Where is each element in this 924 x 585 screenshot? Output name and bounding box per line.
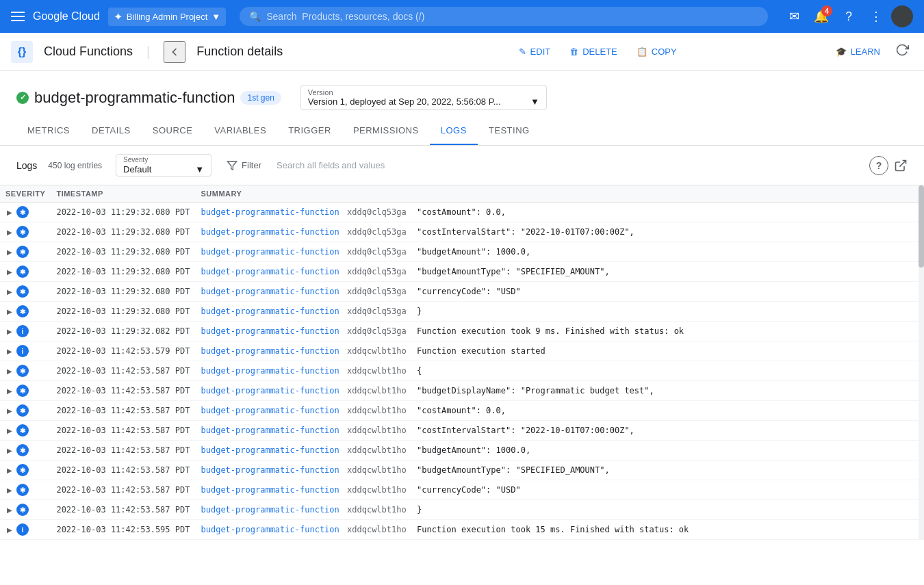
secondary-nav: {} Cloud Functions | Function details ✎ …: [0, 33, 924, 71]
expand-icon[interactable]: ▶: [5, 227, 14, 237]
expand-icon[interactable]: ▶: [5, 307, 14, 317]
delete-button[interactable]: 🗑 DELETE: [561, 42, 626, 61]
log-function-name[interactable]: budget-programmatic-function: [201, 287, 339, 296]
log-function-name[interactable]: budget-programmatic-function: [201, 426, 339, 435]
email-icon-btn[interactable]: ✉: [782, 4, 806, 29]
log-function-name[interactable]: budget-programmatic-function: [201, 445, 339, 455]
search-logs-input[interactable]: [277, 156, 861, 174]
logs-section: Logs 450 log entries Severity Default ▼ …: [0, 146, 924, 540]
log-function-name[interactable]: budget-programmatic-function: [201, 326, 339, 336]
log-function-name[interactable]: budget-programmatic-function: [201, 207, 339, 217]
log-function-name[interactable]: budget-programmatic-function: [201, 525, 339, 534]
expand-icon[interactable]: ▶: [5, 525, 14, 535]
severity-select-trigger[interactable]: Default ▼: [123, 164, 204, 174]
edit-button[interactable]: ✎ EDIT: [511, 42, 559, 61]
search-bar[interactable]: 🔍: [240, 7, 768, 26]
table-row[interactable]: ▶ i 2022-10-03 11:29:32.082 PDT budget-p…: [0, 322, 924, 341]
expand-icon[interactable]: ▶: [5, 505, 14, 515]
tab-permissions[interactable]: PERMISSIONS: [342, 117, 430, 145]
table-row[interactable]: ▶ i 2022-10-03 11:42:53.595 PDT budget-p…: [0, 520, 924, 540]
copy-button[interactable]: 📋 COPY: [628, 42, 685, 61]
tab-logs[interactable]: LOGS: [430, 117, 478, 145]
log-function-name[interactable]: budget-programmatic-function: [201, 346, 339, 356]
log-function-name[interactable]: budget-programmatic-function: [201, 267, 339, 276]
severity-value-text: Default: [123, 164, 151, 174]
search-input[interactable]: [266, 11, 758, 22]
severity-label: Severity: [123, 156, 204, 164]
log-function-name[interactable]: budget-programmatic-function: [201, 366, 339, 376]
table-row[interactable]: ▶ ✱ 2022-10-03 11:29:32.080 PDT budget-p…: [0, 242, 924, 262]
th-summary: SUMMARY: [195, 185, 924, 203]
open-external-button[interactable]: [894, 159, 908, 172]
version-select-trigger[interactable]: Version 1, deployed at Sep 20, 2022, 5:5…: [308, 96, 539, 107]
scrollbar-thumb[interactable]: [919, 185, 924, 268]
table-row[interactable]: ▶ ✱ 2022-10-03 11:29:32.080 PDT budget-p…: [0, 282, 924, 302]
refresh-button[interactable]: [891, 39, 913, 64]
table-row[interactable]: ▶ ✱ 2022-10-03 11:42:53.587 PDT budget-p…: [0, 441, 924, 460]
expand-icon[interactable]: ▶: [5, 247, 14, 257]
log-execution-id: xddqcwlbt1ho: [347, 426, 407, 435]
expand-icon[interactable]: ▶: [5, 287, 14, 297]
log-function-name[interactable]: budget-programmatic-function: [201, 485, 339, 495]
learn-button[interactable]: 🎓 LEARN: [827, 42, 888, 61]
log-timestamp-cell: 2022-10-03 11:42:53.587 PDT: [51, 361, 195, 381]
table-row[interactable]: ▶ ✱ 2022-10-03 11:29:32.080 PDT budget-p…: [0, 203, 924, 222]
expand-icon[interactable]: ▶: [5, 346, 14, 356]
expand-icon[interactable]: ▶: [5, 426, 14, 436]
tab-variables[interactable]: VARIABLES: [203, 117, 277, 145]
notifications-icon-btn[interactable]: 🔔 4: [809, 4, 834, 29]
table-row[interactable]: ▶ ✱ 2022-10-03 11:42:53.587 PDT budget-p…: [0, 500, 924, 520]
avatar[interactable]: [891, 5, 913, 27]
tab-source[interactable]: SOURCE: [142, 117, 204, 145]
table-row[interactable]: ▶ ✱ 2022-10-03 11:29:32.080 PDT budget-p…: [0, 222, 924, 242]
table-row[interactable]: ▶ ✱ 2022-10-03 11:29:32.080 PDT budget-p…: [0, 302, 924, 322]
help-button[interactable]: ?: [869, 156, 888, 175]
expand-icon[interactable]: ▶: [5, 485, 14, 495]
tab-trigger[interactable]: TRIGGER: [277, 117, 342, 145]
expand-icon[interactable]: ▶: [5, 326, 14, 337]
project-selector[interactable]: ✦ Billing Admin Project ▼: [108, 8, 226, 26]
severity-selector[interactable]: Severity Default ▼: [116, 154, 211, 177]
log-content: "budgetDisplayName": "Programmatic budge…: [417, 386, 654, 395]
tab-details[interactable]: DETAILS: [81, 117, 142, 145]
log-summary-cell: budget-programmatic-function xddqcwlbt1h…: [195, 381, 924, 401]
logs-toolbar: Logs 450 log entries Severity Default ▼ …: [0, 146, 924, 185]
expand-icon[interactable]: ▶: [5, 406, 14, 416]
filter-button[interactable]: Filter: [220, 156, 268, 175]
tab-testing[interactable]: TESTING: [478, 117, 541, 145]
version-selector[interactable]: Version Version 1, deployed at Sep 20, 2…: [300, 85, 547, 110]
more-options-icon-btn[interactable]: ⋮: [864, 4, 888, 29]
expand-icon[interactable]: ▶: [5, 267, 14, 277]
expand-icon[interactable]: ▶: [5, 366, 14, 376]
tab-metrics[interactable]: METRICS: [16, 117, 81, 145]
scrollbar-track[interactable]: [919, 185, 924, 540]
table-row[interactable]: ▶ ✱ 2022-10-03 11:42:53.587 PDT budget-p…: [0, 460, 924, 480]
expand-icon[interactable]: ▶: [5, 207, 14, 218]
log-function-name[interactable]: budget-programmatic-function: [201, 386, 339, 395]
log-function-name[interactable]: budget-programmatic-function: [201, 406, 339, 415]
project-name: Billing Admin Project: [127, 12, 208, 22]
severity-icon: ✱: [16, 246, 29, 258]
expand-icon[interactable]: ▶: [5, 445, 14, 456]
log-severity-cell: ▶ i: [0, 322, 51, 341]
log-summary-cell: budget-programmatic-function xddq0clq53g…: [195, 242, 924, 262]
log-execution-id: xddq0clq53ga: [347, 247, 407, 257]
hamburger-menu[interactable]: [11, 12, 25, 21]
severity-icon: ✱: [16, 484, 29, 496]
table-row[interactable]: ▶ ✱ 2022-10-03 11:42:53.587 PDT budget-p…: [0, 480, 924, 500]
table-row[interactable]: ▶ ✱ 2022-10-03 11:29:32.080 PDT budget-p…: [0, 262, 924, 282]
log-function-name[interactable]: budget-programmatic-function: [201, 307, 339, 316]
help-icon-btn[interactable]: ?: [836, 4, 861, 29]
log-function-name[interactable]: budget-programmatic-function: [201, 505, 339, 515]
log-function-name[interactable]: budget-programmatic-function: [201, 465, 339, 475]
table-row[interactable]: ▶ ✱ 2022-10-03 11:42:53.587 PDT budget-p…: [0, 361, 924, 381]
table-row[interactable]: ▶ ✱ 2022-10-03 11:42:53.587 PDT budget-p…: [0, 421, 924, 441]
log-function-name[interactable]: budget-programmatic-function: [201, 227, 339, 237]
table-row[interactable]: ▶ ✱ 2022-10-03 11:42:53.587 PDT budget-p…: [0, 401, 924, 421]
expand-icon[interactable]: ▶: [5, 386, 14, 396]
log-function-name[interactable]: budget-programmatic-function: [201, 247, 339, 257]
expand-icon[interactable]: ▶: [5, 465, 14, 476]
back-button[interactable]: [164, 41, 185, 63]
table-row[interactable]: ▶ ✱ 2022-10-03 11:42:53.587 PDT budget-p…: [0, 381, 924, 401]
table-row[interactable]: ▶ i 2022-10-03 11:42:53.579 PDT budget-p…: [0, 341, 924, 361]
